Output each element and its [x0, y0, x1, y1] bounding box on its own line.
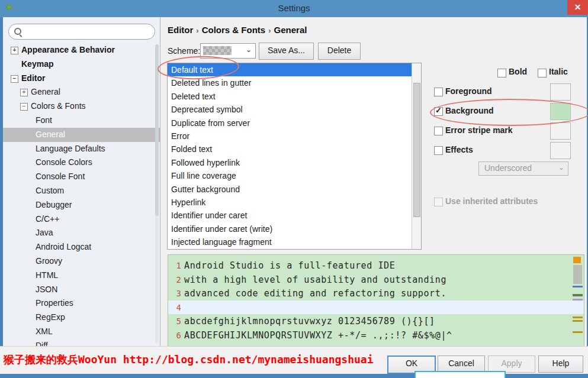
help-button[interactable]: Help: [538, 356, 583, 373]
preview-line: 6ABCDEFGHIJKLMNOPQRSTUVWXYZ +-*/= .,;:!?…: [168, 328, 584, 343]
attribute-item[interactable]: Followed hyperlink: [168, 156, 421, 169]
foreground-checkbox[interactable]: [434, 88, 443, 96]
expander-plus-icon[interactable]: [11, 47, 18, 54]
attribute-item[interactable]: Error: [168, 130, 421, 143]
list-scrollbar[interactable]: [412, 63, 421, 249]
attribute-item[interactable]: Gutter background: [168, 183, 421, 196]
error-stripe-mark-orange: [573, 257, 581, 263]
effects-label: Effects: [445, 145, 473, 154]
list-scrollbar-thumb[interactable]: [413, 83, 420, 217]
preview-text: Android Studio is a full-featured IDE: [184, 260, 395, 271]
attribute-list: Default text Deleted lines in gutter Del…: [167, 63, 422, 250]
preview-line: 5abcdefghijklmnopqrstuvwxyz 0123456789 (…: [168, 314, 584, 328]
sidebar-item-keymap[interactable]: Keymap: [3, 57, 160, 72]
stripe-mark-olive: [573, 294, 583, 296]
sidebar-item-console-colors[interactable]: Console Colors: [3, 156, 160, 170]
stripe-mark-gold: [573, 316, 583, 318]
line-number: 1: [168, 259, 184, 273]
attribute-item[interactable]: Deleted lines in gutter: [168, 76, 421, 89]
preview-line-caret-row: 4: [168, 301, 584, 315]
background-checkbox[interactable]: [434, 107, 443, 116]
expander-minus-icon[interactable]: [11, 75, 18, 83]
close-button[interactable]: ✕: [567, 0, 588, 15]
preview-line: 2with a high level of usability and outs…: [168, 273, 584, 287]
sidebar-scrollbar-thumb[interactable]: [155, 44, 159, 216]
sidebar-item-language-defaults[interactable]: Language Defaults: [3, 142, 160, 156]
preview-text: with a high level of usability and outst…: [184, 274, 446, 285]
search-input[interactable]: [24, 25, 151, 38]
error-stripe-color-swatch[interactable]: [550, 122, 571, 140]
attribute-item[interactable]: Identifier under caret: [168, 209, 421, 222]
sidebar-item-properties[interactable]: Properties: [3, 296, 160, 311]
sidebar-item-font[interactable]: Font: [3, 114, 160, 128]
chevron-down-icon: ⌄: [558, 163, 564, 172]
foreground-color-swatch[interactable]: [550, 83, 571, 101]
sidebar-item-custom[interactable]: Custom: [3, 184, 160, 198]
sidebar-item-console-font[interactable]: Console Font: [3, 170, 160, 184]
italic-checkbox[interactable]: [538, 69, 547, 77]
attribute-item[interactable]: Injected language fragment: [168, 235, 421, 248]
effects-color-swatch[interactable]: [550, 142, 571, 159]
apply-button[interactable]: Apply: [488, 356, 535, 373]
line-number: 2: [168, 273, 184, 287]
background-window-edge: [415, 371, 506, 378]
preview-lines: 1Android Studio is a full-featured IDE 2…: [168, 259, 584, 348]
attribute-item[interactable]: Folded text: [168, 143, 421, 156]
scheme-dropdown[interactable]: ⌄: [200, 43, 256, 59]
bold-checkbox[interactable]: [497, 69, 506, 77]
error-stripe-checkbox[interactable]: [434, 127, 443, 135]
sidebar-item-java[interactable]: Java: [3, 226, 160, 240]
background-label: Background: [445, 106, 494, 115]
line-number: 5: [168, 315, 184, 329]
scheme-label: Scheme:: [168, 46, 200, 56]
sidebar-item-editor[interactable]: Editor: [3, 72, 160, 86]
window-title: Settings: [0, 0, 588, 16]
attribute-item[interactable]: Full line coverage: [168, 169, 421, 182]
sidebar-item-diff[interactable]: Diff: [3, 339, 160, 346]
settings-sidebar: Appearance & Behavior Keymap Editor Gene…: [3, 17, 160, 346]
sidebar-item-groovy[interactable]: Groovy: [3, 254, 160, 269]
preview-text: ABCDEFGHIJKLMNOPQRSTUVWXYZ +-*/= .,;:!? …: [184, 330, 452, 341]
stripe-mark-blue: [573, 286, 583, 287]
attribute-item[interactable]: Identifier under caret (write): [168, 222, 421, 235]
sidebar-scrollbar[interactable]: [155, 44, 159, 343]
attribute-item[interactable]: Deprecated symbol: [168, 103, 421, 116]
effects-checkbox[interactable]: [434, 146, 443, 155]
preview-scrollbar-thumb[interactable]: [573, 265, 582, 284]
sidebar-item-html[interactable]: HTML: [3, 269, 160, 283]
stripe-mark-purple: [573, 299, 583, 301]
sidebar-item-json[interactable]: JSON: [3, 283, 160, 297]
preview-pane: 1Android Studio is a full-featured IDE 2…: [168, 254, 584, 348]
cancel-button[interactable]: Cancel: [438, 356, 485, 373]
sidebar-item-c-cpp[interactable]: C/C++: [3, 212, 160, 227]
sidebar-item-general-selected[interactable]: General: [3, 128, 160, 142]
attribute-item[interactable]: Hyperlink: [168, 196, 421, 209]
attribute-item-selected[interactable]: Default text: [168, 63, 421, 76]
save-as-button[interactable]: Save As...: [259, 43, 314, 60]
use-inherited-checkbox[interactable]: [434, 198, 443, 206]
sidebar-item-regexp[interactable]: RegExp: [3, 311, 160, 325]
use-inherited-label: Use inherited attributes: [445, 196, 538, 206]
preview-line: 3advanced code editing and refactoring s…: [168, 286, 584, 301]
expander-plus-icon[interactable]: [20, 89, 28, 96]
chevron-down-icon: ⌄: [246, 46, 252, 54]
sidebar-item-editor-general[interactable]: General: [3, 85, 160, 99]
breadcrumb-colors-fonts: Colors & Fonts: [202, 25, 266, 35]
expander-minus-icon[interactable]: [20, 103, 28, 111]
scheme-value-redacted: [203, 46, 232, 55]
sidebar-item-debugger[interactable]: Debugger: [3, 198, 160, 212]
effects-style-dropdown[interactable]: Underscored ⌄: [478, 161, 568, 176]
background-color-swatch[interactable]: [550, 103, 571, 120]
sidebar-item-xml[interactable]: XML: [3, 325, 160, 339]
attribute-item[interactable]: Duplicate from server: [168, 117, 421, 130]
sidebar-item-android-logcat[interactable]: Android Logcat: [3, 240, 160, 254]
attribute-item[interactable]: Line number: [168, 248, 421, 250]
watermark-text: 猴子搬来的救兵WooYun http://blog.csdn.net/mynam…: [4, 353, 374, 367]
sidebar-item-colors-fonts[interactable]: Colors & Fonts: [3, 99, 160, 114]
stripe-mark-gold: [573, 320, 583, 322]
attribute-item[interactable]: Deleted text: [168, 90, 421, 103]
breadcrumb-general: General: [274, 25, 307, 35]
sidebar-item-appearance-behavior[interactable]: Appearance & Behavior: [3, 43, 160, 57]
delete-button[interactable]: Delete: [318, 43, 361, 60]
search-box[interactable]: [8, 24, 155, 40]
